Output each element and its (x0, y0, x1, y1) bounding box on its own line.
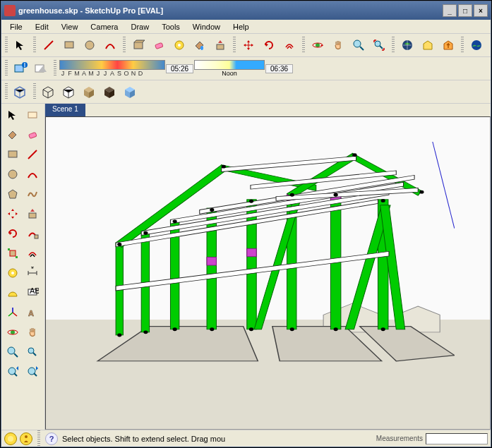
zoom-tool-button[interactable] (349, 35, 368, 55)
line-tool[interactable] (23, 145, 42, 164)
month-labels: J F M A M J J A S O N D (59, 70, 165, 77)
shadow-date-slider[interactable]: J F M A M J J A S O N D (59, 60, 165, 77)
toolbar-grip[interactable] (33, 37, 36, 54)
zoom-extents-tool[interactable] (23, 342, 42, 362)
shaded-style-button[interactable] (80, 82, 100, 102)
rectangle-tool-button[interactable] (59, 35, 79, 55)
shadow-time-slider[interactable]: Noon (194, 60, 265, 77)
move-tool-button[interactable] (239, 35, 258, 55)
arc-tool[interactable] (23, 164, 42, 184)
svg-point-51 (117, 243, 121, 246)
minimize-button[interactable]: _ (443, 4, 457, 17)
shadow-settings-button[interactable]: i (11, 59, 30, 78)
shadow-time-start[interactable]: 05:26 (166, 64, 193, 73)
paint-bucket-tool[interactable] (3, 125, 23, 145)
circle-tool[interactable] (3, 164, 23, 184)
axes-tool[interactable] (3, 303, 23, 322)
paint-tool-button[interactable] (190, 35, 210, 55)
zoom-extents-button[interactable] (369, 35, 389, 55)
next-view-tool[interactable] (23, 362, 42, 382)
close-button[interactable]: × (474, 4, 488, 17)
menu-window[interactable]: Window (187, 21, 226, 32)
upload-button[interactable] (438, 35, 458, 55)
toolbar-grip[interactable] (461, 37, 464, 54)
previous-view-tool[interactable] (3, 362, 23, 382)
toolbar-grip[interactable] (33, 83, 36, 100)
measurements-input[interactable] (426, 433, 488, 444)
svg-rect-7 (217, 44, 224, 49)
person-icon[interactable] (20, 432, 32, 445)
protractor-tool[interactable] (3, 283, 23, 303)
orbit-tool-button[interactable] (308, 35, 328, 55)
svg-point-71 (8, 436, 13, 442)
rotate-tool[interactable] (3, 224, 23, 243)
svg-point-61 (419, 190, 424, 194)
monochrome-style-button[interactable] (121, 82, 140, 102)
eraser-tool[interactable] (23, 125, 42, 145)
polygon-tool[interactable] (3, 184, 23, 204)
toolbar-grip[interactable] (392, 37, 395, 54)
text-tool[interactable]: ABC (23, 283, 42, 303)
offset-tool-button[interactable] (280, 35, 299, 55)
share-model-button[interactable] (418, 35, 438, 55)
select-tool-button[interactable] (11, 35, 30, 55)
statusbar: ? Select objects. Shift to extend select… (1, 430, 491, 447)
toolbar-grip[interactable] (5, 83, 8, 100)
offset-tool[interactable] (23, 243, 42, 263)
menu-tools[interactable]: Tools (156, 21, 186, 32)
followme-tool[interactable] (23, 224, 42, 243)
svg-point-33 (11, 330, 15, 334)
app-window: greenhouse.skp - SketchUp Pro [EVAL] _ □… (1, 1, 491, 447)
svg-text:A: A (28, 309, 34, 317)
shadow-time-end[interactable]: 06:36 (265, 64, 293, 73)
model-greenhouse (90, 142, 455, 373)
toolbar-grip[interactable] (123, 37, 126, 54)
3dtext-tool[interactable]: A (23, 303, 42, 322)
move-tool[interactable] (3, 204, 23, 224)
select-tool[interactable] (3, 105, 23, 125)
eraser-tool-button[interactable] (149, 35, 169, 55)
shadow-toggle-button[interactable] (31, 59, 51, 78)
menu-file[interactable]: File (4, 21, 28, 32)
toolbar-grip[interactable] (5, 37, 8, 54)
pushpull-tool[interactable] (23, 204, 42, 224)
component-button[interactable] (128, 35, 148, 55)
menu-edit[interactable]: Edit (30, 21, 54, 32)
toolbar-grip[interactable] (5, 60, 8, 77)
hidden-line-style-button[interactable] (59, 82, 79, 102)
textured-style-button[interactable] (100, 82, 120, 102)
scene-tab-1[interactable]: Scene 1 (45, 104, 87, 116)
viewport-3d[interactable] (45, 116, 491, 430)
help-icon[interactable]: ? (45, 432, 58, 445)
menu-draw[interactable]: Draw (125, 21, 155, 32)
line-tool-button[interactable] (39, 35, 59, 55)
component-tool[interactable] (23, 105, 42, 125)
rotate-tool-button[interactable] (259, 35, 279, 55)
hint-icon[interactable] (4, 432, 17, 445)
pan-tool[interactable] (23, 322, 42, 342)
pushpull-tool-button[interactable] (210, 35, 230, 55)
zoom-tool[interactable] (3, 342, 23, 362)
titlebar: greenhouse.skp - SketchUp Pro [EVAL] _ □… (1, 1, 491, 20)
xray-style-button[interactable] (11, 82, 30, 102)
get-models-button[interactable] (397, 35, 417, 55)
tape-tool-button[interactable] (169, 35, 189, 55)
toolbar-grip[interactable] (233, 37, 236, 54)
scale-tool[interactable] (3, 243, 23, 263)
toolbar-grip[interactable] (54, 60, 56, 77)
menu-view[interactable]: View (56, 21, 84, 32)
rectangle-tool[interactable] (3, 145, 23, 164)
orbit-tool[interactable] (3, 322, 23, 342)
freehand-tool[interactable] (23, 184, 42, 204)
arc-tool-button[interactable] (100, 35, 120, 55)
google-earth-button[interactable] (467, 35, 486, 55)
pan-tool-button[interactable] (328, 35, 348, 55)
circle-tool-button[interactable] (80, 35, 100, 55)
menu-camera[interactable]: Camera (85, 21, 124, 32)
tape-measure-tool[interactable] (3, 263, 23, 283)
maximize-button[interactable]: □ (458, 4, 472, 17)
toolbar-grip[interactable] (302, 37, 305, 54)
menu-help[interactable]: Help (227, 21, 255, 32)
wireframe-style-button[interactable] (39, 82, 59, 102)
dimension-tool[interactable]: * (23, 263, 42, 283)
